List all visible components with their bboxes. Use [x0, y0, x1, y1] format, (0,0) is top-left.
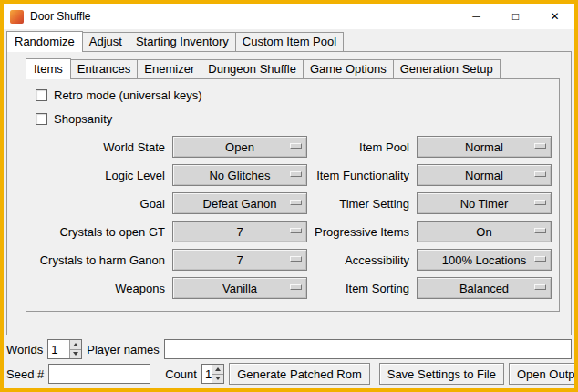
item-pool-label: Item Pool	[315, 140, 409, 154]
item-sorting-dropdown[interactable]: Balanced	[417, 277, 552, 299]
seed-label: Seed #	[6, 367, 44, 381]
goal-value: Defeat Ganon	[203, 197, 277, 211]
player-names-label: Player names	[87, 343, 159, 356]
tab-items[interactable]: Items	[26, 58, 71, 79]
app-icon	[10, 10, 24, 24]
checkbox-icon	[36, 113, 47, 125]
randomize-panel: Items Entrances Enemizer Dungeon Shuffle…	[6, 51, 572, 335]
item-functionality-value: Normal	[465, 169, 503, 182]
client-area: Randomize Adjust Starting Inventory Cust…	[4, 29, 574, 388]
minimize-button[interactable]: ─	[457, 4, 496, 29]
world-state-dropdown[interactable]: Open	[172, 136, 307, 158]
item-pool-value: Normal	[465, 140, 503, 154]
dropdown-indicator-icon	[534, 228, 546, 233]
tab-starting-inventory[interactable]: Starting Inventory	[129, 32, 236, 51]
bottom-bar: Worlds 1 Player names Seed # Count 1	[6, 339, 572, 385]
options-grid: World State Open Item Pool Normal Logic …	[32, 136, 553, 299]
dropdown-indicator-icon	[290, 143, 302, 149]
item-pool-dropdown[interactable]: Normal	[417, 136, 552, 158]
crystals-harm-ganon-dropdown[interactable]: 7	[172, 249, 307, 271]
retro-mode-checkbox[interactable]: Retro mode (universal keys)	[36, 85, 553, 105]
spin-up-icon[interactable]	[212, 365, 223, 374]
progressive-items-label: Progressive Items	[315, 225, 409, 239]
tab-dungeon-shuffle[interactable]: Dungeon Shuffle	[201, 59, 304, 78]
save-settings-button[interactable]: Save Settings to File	[379, 363, 504, 385]
spinner-buttons	[69, 340, 81, 358]
world-state-label: World State	[32, 140, 165, 154]
tab-randomize[interactable]: Randomize	[6, 31, 83, 52]
close-icon: ✕	[550, 11, 559, 22]
count-spinner[interactable]: 1	[201, 364, 224, 384]
maximize-button[interactable]: □	[496, 4, 535, 29]
tab-game-options[interactable]: Game Options	[303, 59, 394, 78]
weapons-label: Weapons	[32, 282, 165, 295]
accessibility-dropdown[interactable]: 100% Locations	[417, 249, 552, 271]
weapons-dropdown[interactable]: Vanilla	[172, 277, 307, 299]
seed-row: Seed # Count 1 Generate Patched Rom Save…	[6, 363, 572, 385]
dropdown-indicator-icon	[290, 171, 302, 177]
progressive-items-value: On	[476, 225, 491, 239]
inner-tab-bar: Items Entrances Enemizer Dungeon Shuffle…	[26, 58, 571, 78]
dropdown-indicator-icon	[290, 228, 302, 233]
generate-patched-rom-button[interactable]: Generate Patched Rom	[229, 363, 370, 385]
dropdown-indicator-icon	[290, 284, 302, 290]
goal-dropdown[interactable]: Defeat Ganon	[172, 192, 307, 214]
minimize-icon: ─	[472, 11, 480, 22]
tab-enemizer[interactable]: Enemizer	[137, 59, 201, 78]
timer-setting-dropdown[interactable]: No Timer	[417, 192, 552, 214]
crystals-harm-ganon-value: 7	[236, 253, 243, 267]
tab-adjust[interactable]: Adjust	[82, 32, 129, 51]
crystals-open-gt-value: 7	[236, 225, 243, 239]
item-sorting-label: Item Sorting	[315, 282, 409, 295]
tab-custom-item-pool[interactable]: Custom Item Pool	[235, 32, 344, 51]
item-functionality-label: Item Functionality	[315, 169, 409, 182]
title-bar[interactable]: Door Shuffle ─ □ ✕	[4, 4, 574, 29]
worlds-label: Worlds	[6, 343, 43, 356]
crystals-open-gt-label: Crystals to open GT	[32, 225, 165, 239]
seed-input[interactable]	[48, 364, 150, 384]
dropdown-indicator-icon	[534, 256, 546, 262]
timer-setting-label: Timer Setting	[315, 197, 409, 211]
player-names-input[interactable]	[164, 339, 572, 359]
crystals-open-gt-dropdown[interactable]: 7	[172, 221, 307, 242]
shopsanity-label: Shopsanity	[54, 112, 112, 126]
dropdown-indicator-icon	[534, 143, 546, 149]
close-button[interactable]: ✕	[535, 4, 574, 29]
dropdown-indicator-icon	[290, 200, 302, 205]
tab-generation-setup[interactable]: Generation Setup	[393, 59, 501, 78]
window-controls: ─ □ ✕	[457, 4, 574, 29]
accessibility-label: Accessibility	[315, 253, 409, 267]
accessibility-value: 100% Locations	[442, 253, 527, 267]
worlds-value: 1	[48, 340, 69, 358]
logic-level-dropdown[interactable]: No Glitches	[172, 164, 307, 186]
spinner-buttons	[212, 365, 223, 383]
worlds-row: Worlds 1 Player names	[6, 339, 572, 359]
item-functionality-dropdown[interactable]: Normal	[417, 164, 552, 186]
tab-entrances[interactable]: Entrances	[70, 59, 139, 78]
worlds-spinner[interactable]: 1	[47, 339, 82, 359]
door-shuffle-window: Door Shuffle ─ □ ✕ Randomize Adjust Star…	[0, 0, 578, 392]
dropdown-indicator-icon	[290, 256, 302, 262]
goal-label: Goal	[32, 197, 165, 211]
progressive-items-dropdown[interactable]: On	[417, 221, 552, 242]
retro-mode-label: Retro mode (universal keys)	[54, 88, 202, 102]
count-label: Count	[165, 367, 197, 381]
window-title: Door Shuffle	[30, 10, 457, 23]
shopsanity-checkbox[interactable]: Shopsanity	[36, 108, 553, 129]
open-output-directory-button[interactable]: Open Output Directory	[509, 363, 578, 385]
items-panel: Retro mode (universal keys) Shopsanity W…	[26, 78, 560, 312]
weapons-value: Vanilla	[222, 282, 257, 295]
maximize-icon: □	[512, 11, 519, 22]
spin-down-icon[interactable]	[70, 349, 81, 359]
dropdown-indicator-icon	[534, 200, 546, 205]
crystals-harm-ganon-label: Crystals to harm Ganon	[32, 253, 165, 267]
count-value: 1	[202, 365, 212, 383]
spin-down-icon[interactable]	[212, 374, 223, 384]
timer-setting-value: No Timer	[460, 197, 509, 211]
item-sorting-value: Balanced	[459, 282, 509, 295]
checkbox-icon	[36, 89, 47, 101]
dropdown-indicator-icon	[534, 284, 546, 290]
outer-tab-bar: Randomize Adjust Starting Inventory Cust…	[6, 31, 572, 51]
dropdown-indicator-icon	[534, 171, 546, 177]
spin-up-icon[interactable]	[70, 340, 81, 349]
